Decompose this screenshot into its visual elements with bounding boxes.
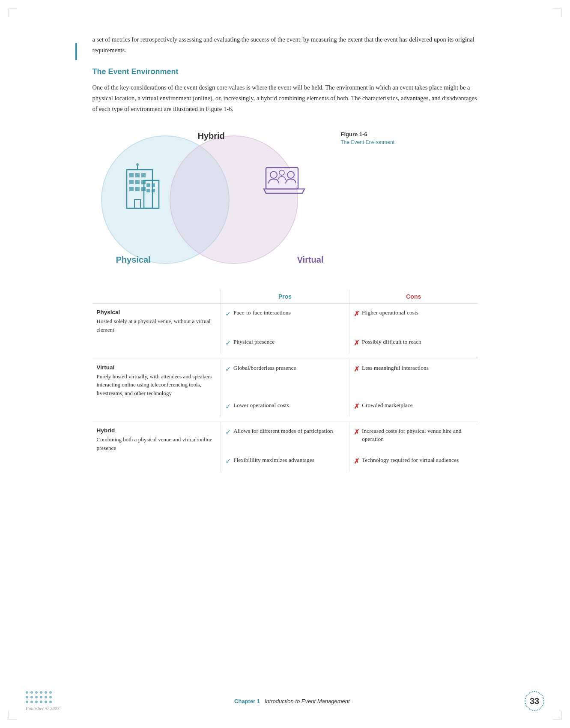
label-physical: Physical <box>116 255 151 265</box>
table-cell-desc: VirtualPurely hosted virtually, with att… <box>93 359 221 400</box>
pro-item: ✓Flexibilility maximizes advantages <box>225 456 345 466</box>
svg-rect-11 <box>146 183 150 187</box>
pro-text: Flexibilility maximizes advantages <box>233 456 314 464</box>
section-title: The Event Environment <box>93 67 478 76</box>
table-cell-pros: ✓Global/borderless presence <box>221 359 349 400</box>
table-cell-cons: ✗Technology required for virtual audienc… <box>349 455 478 471</box>
corner-mark-bl <box>9 711 17 719</box>
svg-rect-4 <box>141 173 146 177</box>
figure-caption-title: Figure 1-6 <box>341 131 394 138</box>
footer-logo <box>26 691 60 704</box>
row-desc: Combining both a physical venue and virt… <box>97 435 217 452</box>
corner-mark-tl <box>9 9 17 17</box>
svg-rect-3 <box>135 173 140 177</box>
icon-virtual <box>262 161 309 206</box>
x-icon: ✗ <box>354 365 359 374</box>
con-text: Increased costs for physical venue hire … <box>362 427 474 443</box>
table-cell-pros: ✓Allows for different modes of participa… <box>221 422 349 455</box>
table-row: HybridCombining both a physical venue an… <box>93 422 478 455</box>
x-icon: ✗ <box>354 309 359 319</box>
con-item: ✗Crowded marketplace <box>354 401 474 411</box>
table-cell-cons: ✗Less meaningful interactions <box>349 359 478 400</box>
x-icon: ✗ <box>354 428 359 437</box>
footer-left: Publisher © 2023 <box>26 691 60 711</box>
row-desc: Hosted solely at a physical venue, witho… <box>97 317 217 334</box>
table-row: VirtualPurely hosted virtually, with att… <box>93 359 478 400</box>
pro-item: ✓Physical presence <box>225 338 345 348</box>
pro-item: ✓Allows for different modes of participa… <box>225 427 345 437</box>
table-cell-desc <box>93 455 221 471</box>
table-cell-cons: ✗Possibly difficult to reach <box>349 336 478 353</box>
table-cell-pros: ✓Flexibilility maximizes advantages <box>221 455 349 471</box>
pro-item: ✓Lower operational costs <box>225 401 345 411</box>
table-body: PhysicalHosted solely at a physical venu… <box>93 304 478 477</box>
svg-rect-9 <box>135 187 140 191</box>
row-label: Physical <box>97 309 217 315</box>
check-icon: ✓ <box>225 339 231 348</box>
svg-rect-8 <box>129 187 134 191</box>
figure-caption-sub: The Event Environment <box>341 139 394 145</box>
con-text: Possibly difficult to reach <box>362 338 421 346</box>
corner-mark-tr <box>553 9 561 17</box>
section-body: One of the key considerations of the eve… <box>93 82 478 114</box>
con-text: Higher operational costs <box>362 309 418 317</box>
spacer-row <box>93 416 478 422</box>
check-icon: ✓ <box>225 457 231 466</box>
x-icon: ✗ <box>354 457 359 466</box>
con-text: Less meaningful interactions <box>362 364 429 372</box>
page-footer: Publisher © 2023 Chapter 1 Introduction … <box>0 691 570 711</box>
footer-chapter: Chapter 1 Introduction to Event Manageme… <box>234 698 350 704</box>
check-icon: ✓ <box>225 402 231 411</box>
con-item: ✗Possibly difficult to reach <box>354 338 474 348</box>
svg-rect-13 <box>146 189 150 192</box>
table-cell-desc <box>93 400 221 416</box>
row-label: Virtual <box>97 364 217 371</box>
footer-chapter-title: Introduction to Event Management <box>265 698 350 704</box>
table-row: ✓Physical presence✗Possibly difficult to… <box>93 336 478 353</box>
label-virtual: Virtual <box>297 255 324 265</box>
publisher-text: Publisher © 2023 <box>26 706 60 711</box>
check-icon: ✓ <box>225 365 231 374</box>
header-desc <box>93 290 221 304</box>
table-row: ✓Flexibilility maximizes advantages✗Tech… <box>93 455 478 471</box>
pro-text: Global/borderless presence <box>233 364 296 372</box>
row-label: Hybrid <box>97 427 217 434</box>
svg-point-17 <box>136 163 139 166</box>
table-cell-cons: ✗Increased costs for physical venue hire… <box>349 422 478 455</box>
x-icon: ✗ <box>354 402 359 411</box>
table-cell-desc <box>93 336 221 353</box>
corner-mark-br <box>553 711 561 719</box>
con-item: ✗Less meaningful interactions <box>354 364 474 374</box>
header-cons: Cons <box>349 290 478 304</box>
con-item: ✗Technology required for virtual audienc… <box>354 456 474 466</box>
table-cell-pros: ✓Lower operational costs <box>221 400 349 416</box>
svg-rect-12 <box>152 183 155 187</box>
venn-diagram: Hybrid Physical Virtual <box>93 127 332 273</box>
svg-rect-14 <box>152 189 155 192</box>
spacer-row <box>93 472 478 477</box>
page-content: a set of metrics for retrospectively ass… <box>93 0 478 511</box>
environment-table: Pros Cons PhysicalHosted solely at a phy… <box>93 290 478 477</box>
table-row: PhysicalHosted solely at a physical venu… <box>93 304 478 337</box>
spacer-row <box>93 354 478 359</box>
pro-text: Physical presence <box>233 338 275 346</box>
table-row: ✓Lower operational costs✗Crowded marketp… <box>93 400 478 416</box>
table-cell-pros: ✓Face-to-face interactions <box>221 304 349 337</box>
venn-area: Hybrid Physical Virtual Figure 1-6 The E… <box>93 127 478 273</box>
con-item: ✗Higher operational costs <box>354 309 474 319</box>
table-cell-desc: PhysicalHosted solely at a physical venu… <box>93 304 221 337</box>
con-item: ✗Increased costs for physical venue hire… <box>354 427 474 443</box>
table-header-row: Pros Cons <box>93 290 478 304</box>
footer-chapter-label: Chapter 1 <box>234 698 260 704</box>
table-cell-desc: HybridCombining both a physical venue an… <box>93 422 221 455</box>
check-icon: ✓ <box>225 309 231 319</box>
accent-bar <box>75 43 77 60</box>
table-cell-cons: ✗Crowded marketplace <box>349 400 478 416</box>
table-cell-pros: ✓Physical presence <box>221 336 349 353</box>
con-text: Technology required for virtual audience… <box>362 456 459 464</box>
header-pros: Pros <box>221 290 349 304</box>
pro-text: Lower operational costs <box>233 401 289 410</box>
icon-physical <box>122 161 165 214</box>
pro-item: ✓Global/borderless presence <box>225 364 345 374</box>
table-cell-cons: ✗Higher operational costs <box>349 304 478 337</box>
